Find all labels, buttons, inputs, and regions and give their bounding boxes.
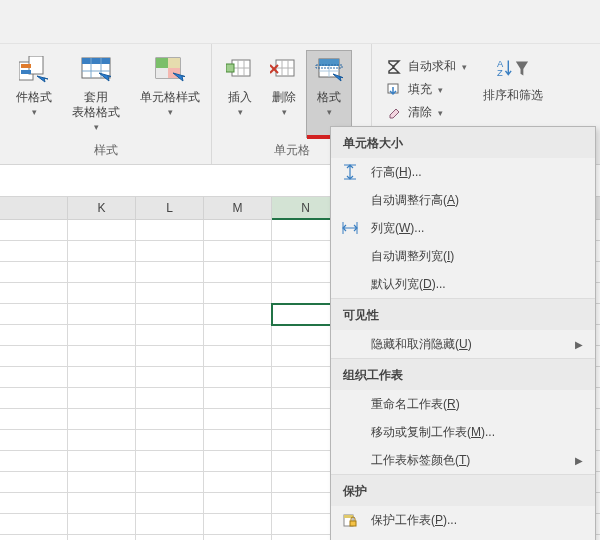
menu-move-copy-sheet[interactable]: 移动或复制工作表(M)... (331, 418, 595, 446)
grid-cell[interactable] (204, 493, 272, 514)
grid-cell[interactable] (68, 304, 136, 325)
grid-cell[interactable] (0, 367, 68, 388)
grid-cell[interactable] (204, 535, 272, 540)
grid-cell[interactable] (136, 262, 204, 283)
grid-cell[interactable] (136, 304, 204, 325)
grid-cell[interactable] (0, 451, 68, 472)
menu-autofit-column-width[interactable]: 自动调整列宽(I) (331, 242, 595, 270)
column-header[interactable] (0, 197, 68, 220)
delete-cells-icon (268, 54, 300, 86)
grid-cell[interactable] (136, 283, 204, 304)
format-as-table-icon (80, 54, 112, 86)
grid-cell[interactable] (0, 493, 68, 514)
menu-hide-unhide[interactable]: 隐藏和取消隐藏(U) ▶ (331, 330, 595, 358)
grid-cell[interactable] (136, 514, 204, 535)
grid-cell[interactable] (68, 535, 136, 540)
delete-cells-button[interactable]: 删除 ▾ (262, 50, 306, 138)
format-cells-button[interactable]: 格式 ▾ (306, 50, 352, 138)
autosum-button[interactable]: 自动求和 ▾ (386, 58, 467, 75)
menu-autofit-row-height[interactable]: 自动调整行高(A) (331, 186, 595, 214)
grid-cell[interactable] (0, 325, 68, 346)
grid-cell[interactable] (136, 220, 204, 241)
grid-cell[interactable] (136, 325, 204, 346)
grid-cell[interactable] (136, 367, 204, 388)
grid-cell[interactable] (204, 304, 272, 325)
format-dropdown-menu: 单元格大小 行高(H)... 自动调整行高(A) 列宽(W).. (330, 126, 596, 540)
grid-cell[interactable] (68, 367, 136, 388)
grid-cell[interactable] (0, 514, 68, 535)
cell-styles-icon (154, 54, 186, 86)
grid-cell[interactable] (68, 388, 136, 409)
grid-cell[interactable] (0, 241, 68, 262)
grid-cell[interactable] (68, 346, 136, 367)
menu-lock-cell[interactable]: 锁定单元格(L) (331, 534, 595, 540)
grid-cell[interactable] (136, 451, 204, 472)
chevron-down-icon: ▾ (32, 108, 37, 117)
grid-cell[interactable] (136, 535, 204, 540)
menu-default-width[interactable]: 默认列宽(D)... (331, 270, 595, 298)
conditional-formatting-button[interactable]: 件格式 ▾ (6, 50, 62, 138)
grid-cell[interactable] (204, 325, 272, 346)
grid-cell[interactable] (68, 451, 136, 472)
grid-cell[interactable] (0, 304, 68, 325)
grid-cell[interactable] (204, 472, 272, 493)
grid-cell[interactable] (204, 346, 272, 367)
grid-cell[interactable] (204, 514, 272, 535)
chevron-down-icon: ▾ (438, 85, 443, 95)
grid-cell[interactable] (0, 535, 68, 540)
svg-text:Z: Z (497, 67, 503, 78)
svg-rect-10 (156, 58, 168, 68)
column-header[interactable]: M (204, 197, 272, 220)
grid-cell[interactable] (204, 262, 272, 283)
grid-cell[interactable] (68, 472, 136, 493)
menu-protect-sheet[interactable]: 保护工作表(P)... (331, 506, 595, 534)
grid-cell[interactable] (136, 430, 204, 451)
grid-cell[interactable] (68, 430, 136, 451)
grid-cell[interactable] (68, 514, 136, 535)
grid-cell[interactable] (68, 493, 136, 514)
grid-cell[interactable] (204, 220, 272, 241)
autosum-label: 自动求和 (408, 58, 456, 75)
clear-button[interactable]: 清除 ▾ (386, 104, 467, 121)
grid-cell[interactable] (204, 241, 272, 262)
grid-cell[interactable] (0, 388, 68, 409)
grid-cell[interactable] (68, 283, 136, 304)
menu-rename-sheet[interactable]: 重命名工作表(R) (331, 390, 595, 418)
insert-cells-button[interactable]: 插入 ▾ (218, 50, 262, 138)
menu-tab-color[interactable]: 工作表标签颜色(T) ▶ (331, 446, 595, 474)
grid-cell[interactable] (136, 472, 204, 493)
grid-cell[interactable] (0, 346, 68, 367)
menu-tab-color-label: 工作表标签颜色(T) (371, 452, 470, 469)
grid-cell[interactable] (0, 430, 68, 451)
grid-cell[interactable] (0, 409, 68, 430)
grid-cell[interactable] (204, 367, 272, 388)
grid-cell[interactable] (68, 220, 136, 241)
grid-cell[interactable] (204, 283, 272, 304)
menu-column-width[interactable]: 列宽(W)... (331, 214, 595, 242)
grid-cell[interactable] (68, 241, 136, 262)
grid-cell[interactable] (204, 451, 272, 472)
grid-cell[interactable] (136, 241, 204, 262)
grid-cell[interactable] (0, 283, 68, 304)
format-as-table-button[interactable]: 套用 表格格式 ▾ (62, 50, 130, 138)
grid-cell[interactable] (68, 409, 136, 430)
cell-styles-button[interactable]: 单元格样式 ▾ (130, 50, 210, 138)
grid-cell[interactable] (204, 388, 272, 409)
grid-cell[interactable] (68, 325, 136, 346)
clear-label: 清除 (408, 104, 432, 121)
column-header[interactable]: L (136, 197, 204, 220)
grid-cell[interactable] (136, 409, 204, 430)
column-header[interactable]: K (68, 197, 136, 220)
grid-cell[interactable] (136, 493, 204, 514)
grid-cell[interactable] (136, 388, 204, 409)
grid-cell[interactable] (68, 262, 136, 283)
grid-cell[interactable] (136, 346, 204, 367)
sort-filter-button[interactable]: A Z 排序和筛选 (473, 48, 547, 136)
menu-row-height[interactable]: 行高(H)... (331, 158, 595, 186)
fill-button[interactable]: 填充 ▾ (386, 81, 467, 98)
grid-cell[interactable] (0, 220, 68, 241)
grid-cell[interactable] (0, 262, 68, 283)
grid-cell[interactable] (0, 472, 68, 493)
grid-cell[interactable] (204, 430, 272, 451)
grid-cell[interactable] (204, 409, 272, 430)
